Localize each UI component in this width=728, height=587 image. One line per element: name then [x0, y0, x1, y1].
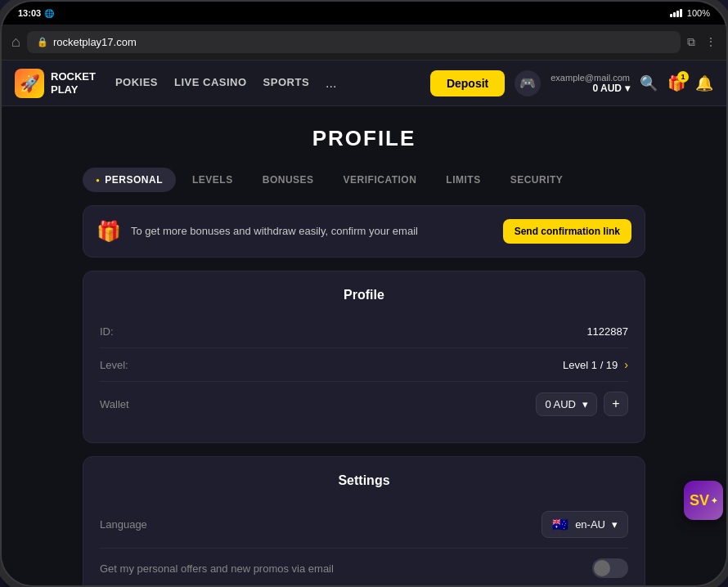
- level-value[interactable]: Level 1 / 19 ›: [563, 358, 628, 371]
- nav-right: Deposit 🎮 example@mail.com 0 AUD ▾ 🔍 🎁: [430, 70, 713, 96]
- search-button[interactable]: 🔍: [640, 74, 658, 92]
- url-bar[interactable]: 🔒 rocketplay17.com: [27, 31, 681, 53]
- id-label: ID:: [100, 325, 114, 338]
- level-label: Level:: [100, 359, 128, 371]
- language-chevron-icon: ▾: [612, 518, 618, 531]
- gift-badge: 1: [677, 71, 689, 83]
- nav-bar: 🚀 ROCKET PLAY POKIES LIVE CASINO SPORTS …: [2, 60, 726, 106]
- profile-card-title: Profile: [100, 288, 628, 302]
- level-field: Level: Level 1 / 19 ›: [100, 348, 628, 382]
- tab-security[interactable]: SECURITY: [497, 168, 577, 192]
- chevron-down-icon: ▾: [625, 83, 630, 94]
- wallet-label: Wallet: [100, 398, 129, 410]
- wallet-controls: 0 AUD ▾ +: [536, 392, 628, 416]
- nav-more[interactable]: ...: [326, 76, 336, 91]
- account-email: example@mail.com: [550, 73, 630, 83]
- settings-card-title: Settings: [100, 473, 628, 488]
- send-confirmation-button[interactable]: Send confirmation link: [503, 219, 631, 244]
- status-bar: 13:03 🌐 100%: [2, 2, 726, 25]
- email-promo-toggle[interactable]: [592, 558, 628, 578]
- deposit-button[interactable]: Deposit: [430, 70, 505, 96]
- nav-links: POKIES LIVE CASINO SPORTS ...: [115, 76, 430, 91]
- logo-icon: 🚀: [15, 69, 44, 98]
- home-button[interactable]: ⌂: [11, 34, 20, 51]
- wallet-field: Wallet 0 AUD ▾ +: [100, 382, 628, 426]
- device-frame: 13:03 🌐 100% ⌂ 🔒 rocketplay17.com ⧉ ⋮: [0, 0, 728, 587]
- lock-icon: 🔒: [37, 37, 48, 47]
- logo[interactable]: 🚀 ROCKET PLAY: [15, 69, 96, 98]
- tabs-button[interactable]: ⧉: [687, 35, 695, 49]
- language-select[interactable]: 🇦🇺 en-AU ▾: [542, 511, 628, 538]
- app-container: 🚀 ROCKET PLAY POKIES LIVE CASINO SPORTS …: [2, 60, 726, 587]
- gift-banner-icon: 🎁: [97, 220, 121, 243]
- account-balance: 0 AUD ▾: [592, 83, 630, 94]
- banner-text: To get more bonuses and withdraw easily,…: [131, 224, 493, 239]
- tab-verification[interactable]: VERIFICATION: [330, 168, 430, 192]
- id-field: ID: 1122887: [100, 316, 628, 348]
- browser-chrome: ⌂ 🔒 rocketplay17.com ⧉ ⋮: [2, 25, 726, 60]
- nav-sports[interactable]: SPORTS: [263, 76, 309, 91]
- id-value: 1122887: [586, 325, 628, 338]
- search-icon: 🔍: [640, 75, 658, 92]
- language-field: Language 🇦🇺 en-AU ▾: [100, 501, 628, 549]
- gifts-button[interactable]: 🎁 1: [667, 74, 685, 92]
- sv-widget[interactable]: SV ✦: [684, 481, 723, 520]
- tab-levels[interactable]: LEVELS: [179, 168, 246, 192]
- profile-card: Profile ID: 1122887 Level: Level 1 / 19 …: [83, 271, 645, 443]
- flag-icon: 🇦🇺: [552, 517, 568, 532]
- page-title: PROFILE: [83, 126, 645, 151]
- confirmation-banner: 🎁 To get more bonuses and withdraw easil…: [83, 205, 645, 258]
- avatar[interactable]: 🎮: [515, 70, 541, 96]
- settings-card: Settings Language 🇦🇺 en-AU ▾ Get my pers…: [83, 456, 645, 587]
- wallet-chevron-icon: ▾: [582, 398, 588, 410]
- status-indicators: 100%: [670, 8, 710, 18]
- signal-icon: [670, 9, 682, 17]
- email-promo-label: Get my personal offers and new promos vi…: [100, 562, 334, 575]
- language-label: Language: [100, 518, 147, 531]
- menu-button[interactable]: ⋮: [705, 35, 717, 49]
- tab-bonuses[interactable]: BONUSES: [249, 168, 327, 192]
- status-time: 13:03 🌐: [18, 8, 54, 18]
- page-content: PROFILE PERSONAL LEVELS BONUSES VERIFICA…: [70, 106, 658, 587]
- sv-star-icon: ✦: [711, 496, 717, 505]
- profile-tabs: PERSONAL LEVELS BONUSES VERIFICATION LIM…: [83, 168, 645, 192]
- nav-live-casino[interactable]: LIVE CASINO: [174, 76, 247, 91]
- battery-label: 100%: [687, 8, 710, 18]
- wallet-select[interactable]: 0 AUD ▾: [536, 392, 597, 416]
- wallet-add-button[interactable]: +: [604, 392, 628, 416]
- account-info: example@mail.com 0 AUD ▾: [550, 73, 630, 94]
- notifications-button[interactable]: 🔔: [695, 74, 713, 92]
- level-chevron-icon: ›: [624, 358, 628, 371]
- email-promo-field: Get my personal offers and new promos vi…: [100, 549, 628, 587]
- tab-personal[interactable]: PERSONAL: [83, 168, 176, 192]
- logo-text: ROCKET PLAY: [51, 70, 96, 96]
- avatar-icon: 🎮: [519, 75, 536, 91]
- url-text: rocketplay17.com: [53, 36, 137, 48]
- browser-actions: ⧉ ⋮: [687, 35, 717, 49]
- bell-icon: 🔔: [695, 75, 713, 92]
- nav-pokies[interactable]: POKIES: [115, 76, 158, 91]
- tab-limits[interactable]: LIMITS: [433, 168, 493, 192]
